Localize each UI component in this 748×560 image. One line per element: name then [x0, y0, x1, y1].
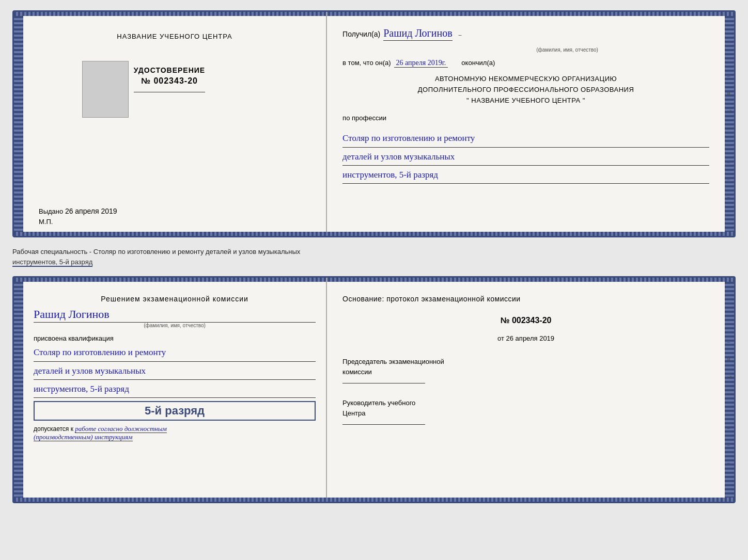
fam-small-label-top: (фамилия, имя, отчество): [425, 47, 709, 53]
page-wrapper: НАЗВАНИЕ УЧЕБНОГО ЦЕНТРА УДОСТОВЕРЕНИЕ №…: [12, 10, 736, 503]
qual-lines-top: Столяр по изготовлению и ремонту деталей…: [342, 130, 709, 185]
proto-date-prefix: от: [497, 334, 504, 342]
top-right-panel: Получил(а) Рашид Логинов – (фамилия, имя…: [327, 12, 725, 236]
recipient-line: Получил(а) Рашид Логинов –: [342, 27, 709, 41]
qual-line3: инструментов, 5-й разряд: [34, 381, 316, 398]
signature-block-rukov: Руководитель учебного Центра: [342, 398, 709, 425]
profession-block: по профессии: [342, 114, 709, 122]
preds-sig-line: [342, 383, 425, 383]
dopusk-label: допускается к: [34, 425, 73, 433]
mp-line: М.П.: [39, 218, 316, 226]
org-line2: ДОПОЛНИТЕЛЬНОГО ПРОФЕССИОНАЛЬНОГО ОБРАЗО…: [342, 85, 709, 95]
prof-line2: деталей и узлов музыкальных: [342, 149, 709, 166]
recipient-name: Рашид Логинов: [383, 27, 452, 41]
fam-small-label-bottom: (фамилия, имя, отчество): [34, 323, 316, 328]
qual-line1: Столяр по изготовлению и ремонту: [34, 344, 316, 361]
between-text1: Рабочая специальность - Столяр по изгото…: [12, 248, 300, 255]
qual-line2: деталей и узлов музыкальных: [34, 363, 316, 380]
rukov-label2: Центра: [342, 409, 365, 417]
rukov-label: Руководитель учебного Центра: [342, 398, 709, 418]
preds-label: Председатель экзаменационной комиссии: [342, 357, 709, 377]
preds-label2: комиссии: [342, 368, 372, 376]
between-docs: Рабочая специальность - Столяр по изгото…: [12, 243, 736, 271]
completion-date: 26 апреля 2019г.: [394, 59, 448, 68]
prof-line1: Столяр по изготовлению и ремонту: [342, 130, 709, 147]
razryad-box: 5-й разряд: [34, 401, 316, 421]
udost-num: № 002343-20: [134, 76, 205, 86]
prof-line3: инструментов, 5-й разряд: [342, 167, 709, 184]
org-line3: " НАЗВАНИЕ УЧЕБНОГО ЦЕНТРА ": [342, 95, 709, 106]
rukov-sig-line: [342, 424, 425, 425]
bottom-left-panel: Решением экзаменационной комиссии Рашид …: [23, 278, 327, 502]
between-text2: инструментов, 5-й разряд: [12, 258, 92, 267]
po-professii-label: по профессии: [342, 114, 386, 122]
dopusk-value1: работе согласно должностным: [75, 425, 167, 433]
signature-block-preds: Председатель экзаменационной комиссии: [342, 357, 709, 383]
org-line1: АВТОНОМНУЮ НЕКОММЕРЧЕСКУЮ ОРГАНИЗАЦИЮ: [342, 74, 709, 85]
fam-label-top: (фамилия, имя, отчество): [342, 47, 709, 53]
right-dashes-top: – – – и ›а ‹– – – – –: [727, 38, 732, 201]
proto-num: № 002343-20: [342, 316, 709, 325]
dopusk-line: допускается к работе согласно должностны…: [34, 425, 316, 441]
org-block: АВТОНОМНУЮ НЕКОММЕРЧЕСКУЮ ОРГАНИЗАЦИЮ ДО…: [342, 74, 709, 106]
assigned-label: присвоена квалификация: [34, 334, 316, 342]
preds-label1: Председатель экзаменационной: [342, 358, 444, 365]
udost-label: УДОСТОВЕРЕНИЕ: [134, 66, 205, 74]
rukov-label1: Руководитель учебного: [342, 399, 415, 407]
poluchil-label: Получил(а): [342, 30, 380, 38]
bottom-right-panel: Основание: протокол экзаменационной коми…: [327, 278, 725, 502]
v-tom-cho-label: в том, что он(а): [342, 59, 391, 67]
decision-header: Решением экзаменационной комиссии: [34, 293, 316, 305]
person-name-bottom: Рашид Логинов: [34, 308, 316, 323]
top-left-panel: НАЗВАНИЕ УЧЕБНОГО ЦЕНТРА УДОСТОВЕРЕНИЕ №…: [23, 12, 327, 236]
date-line: в том, что он(а) 26 апреля 2019г. окончи…: [342, 59, 709, 68]
qual-lines-bottom: Столяр по изготовлению и ремонту деталей…: [34, 344, 316, 399]
dash-after-name: –: [459, 31, 462, 38]
right-dashes-bottom: – – – и ›а ‹– – – – –: [727, 303, 732, 467]
divider-line: [134, 92, 205, 92]
udost-block: УДОСТОВЕРЕНИЕ № 002343-20: [134, 66, 205, 99]
proto-date-val: 26 апреля 2019: [506, 334, 555, 342]
person-name-block: Рашид Логинов (фамилия, имя, отчество): [34, 308, 316, 328]
top-document: НАЗВАНИЕ УЧЕБНОГО ЦЕНТРА УДОСТОВЕРЕНИЕ №…: [12, 10, 736, 237]
vydano-label: Выдано: [39, 207, 63, 215]
osnov-label: Основание: протокол экзаменационной коми…: [342, 293, 709, 305]
razryad-text: 5-й разряд: [41, 404, 308, 418]
spine-left: [14, 12, 23, 236]
photo-placeholder: [82, 61, 129, 118]
vydano-line: Выдано 26 апреля 2019: [39, 207, 316, 215]
photo-row: УДОСТОВЕРЕНИЕ № 002343-20: [144, 51, 205, 118]
bottom-document: Решением экзаменационной комиссии Рашид …: [12, 276, 736, 503]
okonchil-label: окончил(а): [461, 59, 495, 67]
spine-left-bottom: [14, 278, 23, 502]
top-left-title: НАЗВАНИЕ УЧЕБНОГО ЦЕНТРА: [117, 33, 232, 40]
vydano-date: 26 апреля 2019: [65, 207, 117, 215]
dopusk-value2: (производственным) инструкциям: [34, 433, 133, 441]
proto-date: от 26 апреля 2019: [342, 334, 709, 342]
